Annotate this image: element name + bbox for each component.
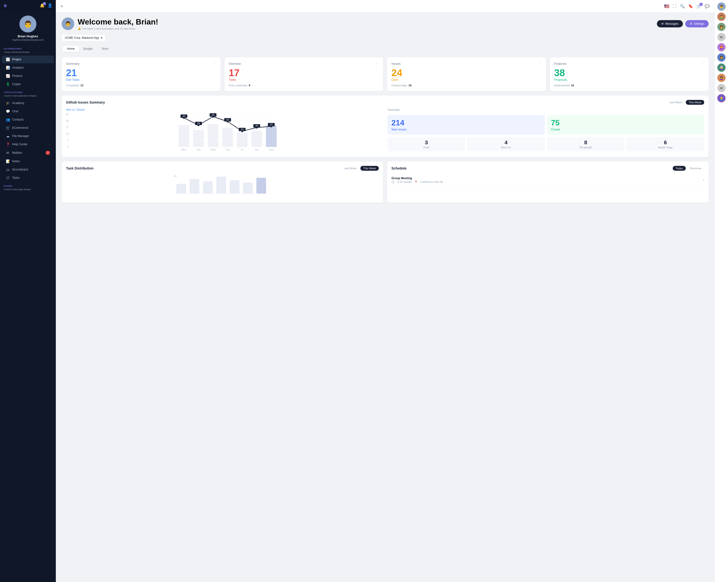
- flag-icon[interactable]: 🇺🇸: [664, 4, 669, 9]
- schedule-item: Group Meeting 🕐 in 32 minutes 📍 Conferen…: [391, 174, 704, 186]
- project-selector[interactable]: ACME Corp. Backend App ▾: [62, 34, 106, 41]
- topbar-left: ≡: [61, 4, 63, 8]
- svg-point-28: [212, 116, 214, 118]
- svg-rect-10: [252, 131, 262, 147]
- right-panel-avatar-7[interactable]: 👩‍🦱: [717, 74, 726, 82]
- sidebar-item-label: Contacts: [12, 118, 24, 121]
- search-icon[interactable]: 🔍: [680, 4, 685, 8]
- dashboards-sub-label: Unique dashboard designs: [0, 51, 56, 55]
- project-selector-label: ACME Corp. Backend App: [65, 36, 99, 39]
- cart-icon-container[interactable]: 🛒 5: [697, 4, 701, 8]
- bookmark-icon[interactable]: 🔖: [688, 4, 693, 8]
- welcome-left: 👨 Welcome back, Brian! 🔔 You have 2 new …: [62, 18, 158, 30]
- bottom-row: Task Distribution Last Week This Week: [62, 162, 709, 203]
- sidebar-item-project[interactable]: ⬜ Project: [2, 56, 54, 63]
- svg-rect-47: [257, 178, 266, 194]
- tab-home[interactable]: Home: [62, 46, 79, 52]
- sidebar-item-notes[interactable]: 📝 Notes: [2, 157, 54, 165]
- github-week-toggle: Last Week This Week: [666, 100, 704, 105]
- sidebar-item-label: Project: [12, 58, 21, 61]
- overview-top: 214 New Issues 75 Closed: [388, 115, 704, 135]
- right-panel-avatar-2[interactable]: 👨‍🦱: [717, 12, 726, 21]
- svg-rect-41: [176, 184, 186, 194]
- sidebar-item-finance[interactable]: 📈 Finance: [2, 72, 54, 80]
- chevron-right-icon[interactable]: ›: [703, 178, 704, 182]
- online-indicator: [723, 29, 725, 31]
- sidebar-item-helpcenter[interactable]: ❓ Help Center ›: [2, 140, 54, 148]
- applications-sub-label: Custom made application designs: [0, 94, 56, 99]
- github-this-week-btn[interactable]: This Week: [686, 100, 704, 105]
- sidebar-item-filemanager[interactable]: ☁ File Manager: [2, 132, 54, 140]
- stat-menu-issues[interactable]: ⋮: [538, 62, 542, 65]
- chart-label: New vs. Closed: [66, 108, 383, 111]
- chevron-right-icon: ›: [49, 127, 50, 129]
- stat-menu-summary[interactable]: ⋮: [213, 62, 216, 65]
- tab-team[interactable]: Team: [97, 46, 113, 52]
- sidebar-item-mailbox[interactable]: ✉ Mailbox 27: [2, 149, 54, 157]
- task-dist-chart: 40: [66, 174, 379, 198]
- sidebar-item-academy[interactable]: 🎓 Academy: [2, 99, 54, 107]
- svg-point-32: [270, 126, 272, 127]
- right-panel-avatar-6[interactable]: 👩‍🦳: [717, 63, 726, 72]
- github-issues-card: Github Issues Summary Last Week This Wee…: [62, 95, 709, 157]
- sidebar-item-analytics[interactable]: 📊 Analytics: [2, 64, 54, 72]
- svg-point-26: [183, 117, 185, 119]
- sidebar-item-crypto[interactable]: 💲 Crypto: [2, 80, 54, 88]
- user-circle-icon[interactable]: 👤: [48, 3, 52, 8]
- task-dist-this-week-btn[interactable]: This Week: [360, 166, 379, 171]
- stat-title-summary: Summary: [66, 62, 80, 65]
- schedule-today-btn[interactable]: Today: [673, 166, 685, 171]
- github-last-week-btn[interactable]: Last Week: [666, 100, 685, 105]
- pages-sub-label: Custom made page designs: [0, 188, 56, 193]
- stat-card-issues: Issues ⋮ 24 Open Closed today: 19: [387, 57, 546, 91]
- sidebar-item-ecommerce[interactable]: 🛒 ECommerce ›: [2, 124, 54, 132]
- sidebar-item-label: Crypto: [12, 82, 21, 86]
- svg-rect-9: [237, 132, 248, 147]
- github-overview: Overview 214 New Issues 75 Closed: [388, 108, 704, 153]
- stat-menu-overdue[interactable]: ⋮: [375, 62, 379, 65]
- new-issues-card: 214 New Issues: [388, 115, 545, 135]
- topbar-chat-icon[interactable]: 💬: [705, 4, 709, 8]
- sidebar-item-contacts[interactable]: 👥 Contacts: [2, 116, 54, 123]
- right-panel-avatar-1[interactable]: 👨: [717, 2, 726, 11]
- menu-icon[interactable]: ≡: [61, 4, 63, 8]
- right-panel-avatar-4[interactable]: 👩‍🦰: [717, 43, 726, 51]
- right-panel-avatar-8[interactable]: 👨‍🦲: [717, 94, 726, 102]
- schedule-item-meta: 🕐 in 32 minutes 📍 Conference room 1B: [391, 181, 443, 183]
- mini-stat-triage: 6 Needs Triage: [627, 137, 704, 151]
- schedule-item-content: Group Meeting 🕐 in 32 minutes 📍 Conferen…: [391, 176, 443, 183]
- user-name: Brian Hughes: [18, 34, 38, 38]
- sidebar-item-label: Analytics: [12, 66, 24, 70]
- github-chart: New vs. Closed 45 36 27 18 9 0: [66, 108, 383, 153]
- project-icon: ⬜: [6, 57, 10, 61]
- settings-button[interactable]: ⚙ Settings: [685, 20, 709, 27]
- messages-button[interactable]: ✉ Messages: [657, 20, 683, 27]
- overview-bottom: 3 Fixed 4 Won't Fix 8 Re-opened 6: [388, 137, 704, 151]
- closed-label: Closed: [551, 128, 701, 131]
- notes-icon: 📝: [6, 159, 10, 163]
- chevron-down-icon: ▾: [101, 36, 102, 39]
- right-panel-avatar-3[interactable]: 👩: [717, 23, 726, 31]
- contacts-icon: 👥: [6, 118, 10, 121]
- right-panel-avatar-m1[interactable]: M: [717, 33, 726, 41]
- schedule-tomorrow-btn[interactable]: Tomorrow: [687, 166, 704, 171]
- clock-icon: 🕐: [391, 181, 394, 183]
- fullscreen-icon[interactable]: ⛶: [673, 4, 677, 8]
- task-dist-last-week-btn[interactable]: Last Week: [341, 166, 359, 171]
- sidebar-item-label: Finance: [12, 74, 23, 78]
- bell-icon: 🔔: [78, 27, 81, 30]
- sidebar-item-scrumboard[interactable]: 🗂 Scrumboard: [2, 166, 54, 173]
- stat-menu-features[interactable]: ⋮: [701, 62, 704, 65]
- sidebar-item-chat[interactable]: 💬 Chat: [2, 107, 54, 115]
- notification-icon[interactable]: 🔔 3: [40, 3, 45, 8]
- sidebar-item-tasks[interactable]: ☑ Tasks: [2, 174, 54, 182]
- svg-rect-11: [266, 126, 277, 147]
- tab-budget[interactable]: Budget: [79, 46, 97, 52]
- closed-issues-card: 75 Closed: [547, 115, 704, 135]
- right-panel-avatar-5[interactable]: 🧔: [717, 53, 726, 62]
- right-panel-avatar-m2[interactable]: M: [717, 84, 726, 92]
- avatar: 👨: [19, 16, 36, 32]
- main-tabs: Home Budget Team: [62, 45, 114, 53]
- mini-stat-reopened: 8 Re-opened: [547, 137, 625, 151]
- app-logo[interactable]: ◈: [3, 2, 7, 8]
